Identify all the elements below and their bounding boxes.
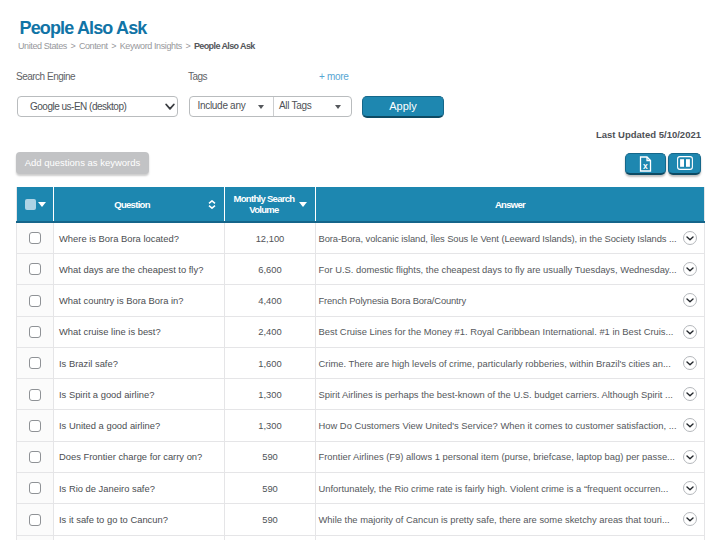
- svg-text:x: x: [643, 161, 648, 171]
